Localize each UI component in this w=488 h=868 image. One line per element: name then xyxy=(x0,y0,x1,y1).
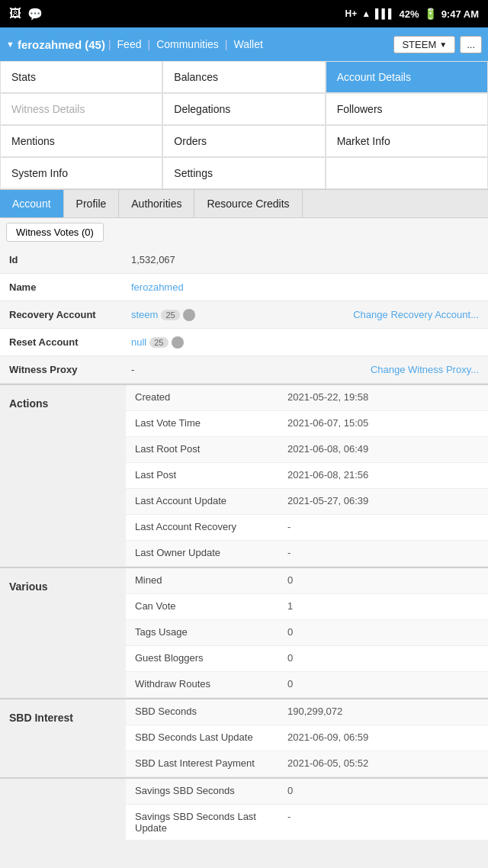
data-row-savings-sbd-last-update: Savings SBD Seconds Last Update - xyxy=(126,805,488,841)
menu-mentions[interactable]: Mentions xyxy=(0,125,162,157)
network-label: H+ xyxy=(345,8,358,19)
menu-account-details[interactable]: Account Details xyxy=(326,61,488,93)
recovery-link[interactable]: steem xyxy=(131,309,158,320)
created-val: 2021-05-22, 19:58 xyxy=(278,385,488,410)
menu-market-info[interactable]: Market Info xyxy=(326,125,488,157)
last-root-post-val: 2021-06-08, 06:49 xyxy=(278,437,488,462)
menu-witness-details[interactable]: Witness Details xyxy=(0,93,162,125)
menu-system-info[interactable]: System Info xyxy=(0,157,162,189)
data-row-sbd-last-interest: SBD Last Interest Payment 2021-06-05, 05… xyxy=(126,751,488,777)
last-post-key: Last Post xyxy=(126,463,278,488)
data-row-last-root-post: Last Root Post 2021-06-08, 06:49 xyxy=(126,437,488,463)
reset-label: Reset Account xyxy=(0,329,122,355)
guest-bloggers-key: Guest Bloggers xyxy=(126,646,278,671)
change-witness-proxy-button[interactable]: Change Witness Proxy... xyxy=(371,364,479,375)
mined-key: Mined xyxy=(126,568,278,593)
data-row-mined: Mined 0 xyxy=(126,568,488,594)
info-row-name: Name ferozahmed xyxy=(0,274,488,301)
battery-label: 42% xyxy=(400,8,419,20)
actions-label: Actions xyxy=(0,385,126,567)
actions-section: Actions Created 2021-05-22, 19:58 Last V… xyxy=(0,384,488,567)
can-vote-key: Can Vote xyxy=(126,594,278,619)
tags-usage-val: 0 xyxy=(278,620,488,645)
recovery-badge: 25 xyxy=(161,310,179,320)
witness-proxy-dash: - xyxy=(131,364,134,375)
sbd-interest-content: SBD Seconds 190,299,072 SBD Seconds Last… xyxy=(126,699,488,777)
nav-communities[interactable]: Communities xyxy=(152,38,223,50)
last-vote-key: Last Vote Time xyxy=(126,411,278,436)
data-row-last-vote: Last Vote Time 2021-06-07, 15:05 xyxy=(126,411,488,437)
signal-icon: ▲ xyxy=(361,8,371,19)
last-account-recovery-key: Last Account Recovery xyxy=(126,515,278,540)
menu-orders[interactable]: Orders xyxy=(162,125,325,157)
various-section: Various Mined 0 Can Vote 1 Tags Usage 0 … xyxy=(0,567,488,698)
more-button[interactable]: ... xyxy=(460,36,482,53)
info-row-recovery: Recovery Account steem 25 Change Recover… xyxy=(0,301,488,329)
menu-delegations[interactable]: Delegations xyxy=(162,93,325,125)
change-recovery-button[interactable]: Change Recovery Account... xyxy=(353,309,479,320)
menu-empty xyxy=(326,157,488,189)
message-icon: 💬 xyxy=(27,7,43,21)
witness-votes-button[interactable]: Witness Votes (0) xyxy=(6,223,104,242)
name-link[interactable]: ferozahmed xyxy=(131,281,184,293)
data-row-sbd-seconds: SBD Seconds 190,299,072 xyxy=(126,699,488,725)
nav-wallet[interactable]: Wallet xyxy=(229,38,267,50)
tab-account[interactable]: Account xyxy=(0,190,64,217)
tab-resource-credits[interactable]: Resource Credits xyxy=(194,190,302,217)
status-bar: 🖼 💬 H+ ▲ ▌▌▌ 42% 🔋 9:47 AM xyxy=(0,0,488,27)
info-row-reset: Reset Account null 25 xyxy=(0,329,488,356)
menu-stats[interactable]: Stats xyxy=(0,61,162,93)
name-label: Name xyxy=(0,274,122,301)
top-nav: ▼ ferozahmed (45) | Feed | Communities |… xyxy=(0,27,488,61)
status-left-icons: 🖼 💬 xyxy=(9,7,43,21)
sbd-seconds-last-update-val: 2021-06-09, 06:59 xyxy=(278,725,488,751)
guest-bloggers-val: 0 xyxy=(278,646,488,671)
savings-sbd-seconds-val: 0 xyxy=(278,779,488,804)
last-owner-update-key: Last Owner Update xyxy=(126,541,278,566)
data-row-withdraw-routes: Withdraw Routes 0 xyxy=(126,672,488,698)
status-right: H+ ▲ ▌▌▌ 42% 🔋 9:47 AM xyxy=(345,8,480,20)
reset-value: null 25 xyxy=(122,329,488,355)
can-vote-val: 1 xyxy=(278,594,488,619)
menu-settings[interactable]: Settings xyxy=(162,157,325,189)
sbd-seconds-val: 190,299,072 xyxy=(278,699,488,725)
data-row-last-post: Last Post 2021-06-08, 21:56 xyxy=(126,463,488,489)
last-owner-update-val: - xyxy=(278,541,488,566)
reset-link[interactable]: null xyxy=(131,336,146,348)
menu-balances[interactable]: Balances xyxy=(162,61,325,93)
id-value: 1,532,067 xyxy=(122,246,488,273)
recovery-label: Recovery Account xyxy=(0,301,122,328)
top-nav-right: STEEM ▼ ... xyxy=(393,36,482,53)
reset-user-icon xyxy=(172,336,184,349)
withdraw-routes-val: 0 xyxy=(278,672,488,697)
battery-icon: 🔋 xyxy=(424,8,437,20)
steem-button[interactable]: STEEM ▼ xyxy=(393,36,455,53)
various-label: Various xyxy=(0,568,126,698)
withdraw-routes-key: Withdraw Routes xyxy=(126,672,278,697)
data-row-can-vote: Can Vote 1 xyxy=(126,594,488,620)
time-label: 9:47 AM xyxy=(441,8,479,20)
actions-content: Created 2021-05-22, 19:58 Last Vote Time… xyxy=(126,385,488,567)
reset-badge: 25 xyxy=(149,337,168,348)
various-content: Mined 0 Can Vote 1 Tags Usage 0 Guest Bl… xyxy=(126,568,488,698)
username-display[interactable]: ▼ ferozahmed (45) xyxy=(6,38,105,51)
recovery-value: steem 25 Change Recovery Account... xyxy=(122,301,488,328)
sbd-seconds-key: SBD Seconds xyxy=(126,699,278,725)
steem-label: STEEM xyxy=(402,39,436,50)
nav-feed[interactable]: Feed xyxy=(113,38,146,50)
savings-sbd-last-update-val: - xyxy=(278,805,488,840)
witness-proxy-value: - Change Witness Proxy... xyxy=(122,356,488,383)
tab-authorities[interactable]: Authorities xyxy=(119,190,194,217)
savings-sbd-last-update-key: Savings SBD Seconds Last Update xyxy=(126,805,278,840)
sbd-seconds-last-update-key: SBD Seconds Last Update xyxy=(126,725,278,751)
last-account-recovery-val: - xyxy=(278,515,488,540)
data-row-last-account-update: Last Account Update 2021-05-27, 06:39 xyxy=(126,489,488,515)
data-row-sbd-seconds-last-update: SBD Seconds Last Update 2021-06-09, 06:5… xyxy=(126,725,488,751)
created-key: Created xyxy=(126,385,278,410)
data-row-tags-usage: Tags Usage 0 xyxy=(126,620,488,646)
last-vote-val: 2021-06-07, 15:05 xyxy=(278,411,488,436)
sub-tab-bar: Witness Votes (0) xyxy=(0,218,488,246)
menu-followers[interactable]: Followers xyxy=(326,93,488,125)
tab-profile[interactable]: Profile xyxy=(64,190,120,217)
sbd-last-interest-key: SBD Last Interest Payment xyxy=(126,751,278,776)
